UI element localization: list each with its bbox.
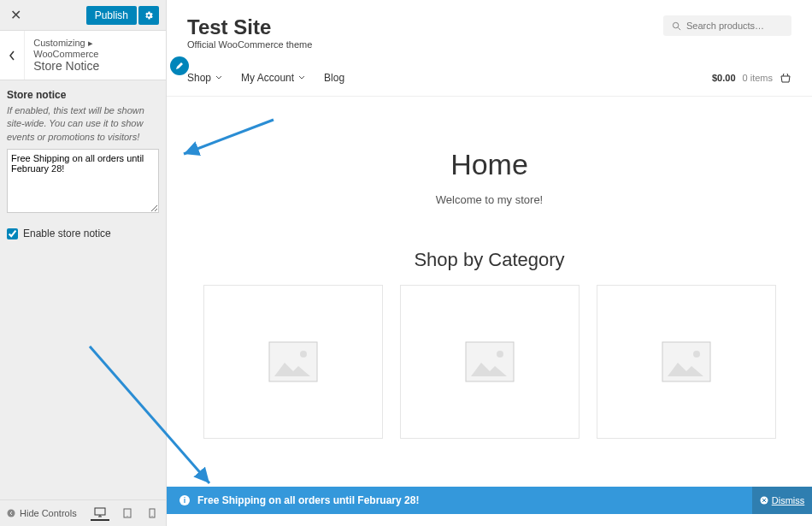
nav-account[interactable]: My Account [241,72,305,84]
svg-point-10 [497,351,503,358]
close-icon[interactable]: ✕ [7,5,25,25]
category-card[interactable] [597,285,776,439]
placeholder-image-icon [661,340,712,383]
section-description: If enabled, this text will be shown site… [7,104,159,144]
info-icon: i [179,494,191,506]
chevron-left-circle-icon [7,509,15,517]
desktop-icon [94,507,106,517]
site-preview: Test Site Official WooCommerce theme Sea… [167,0,812,526]
dismiss-notice-button[interactable]: Dismiss [752,487,812,514]
breadcrumb-title: Store Notice [33,59,157,73]
pencil-icon [175,62,184,70]
close-circle-icon [760,496,768,505]
device-tablet-button[interactable] [120,505,135,521]
hide-controls-button[interactable]: Hide Controls [7,508,77,518]
hide-controls-label: Hide Controls [20,508,77,518]
store-notice-bar: i Free Shipping on all orders until Febr… [167,487,812,514]
device-mobile-button[interactable] [145,505,159,521]
device-preview-toggles [91,505,159,521]
publish-settings-button[interactable] [138,6,159,25]
placeholder-image-icon [268,340,319,383]
sidebar-footer: Hide Controls [0,499,166,526]
chevron-left-icon [9,50,15,61]
site-title[interactable]: Test Site [187,15,312,39]
nav-blog[interactable]: Blog [324,72,344,84]
category-cards [187,285,791,439]
enable-notice-label: Enable store notice [23,228,111,239]
store-notice-section: Store notice If enabled, this text will … [0,80,166,246]
preview-header: Test Site Official WooCommerce theme Sea… [167,0,812,55]
chevron-down-icon [215,74,222,81]
search-icon [672,21,681,31]
breadcrumb-path: Customizing ▸ WooCommerce [33,38,157,59]
svg-point-3 [127,516,128,517]
cart-items: 0 items [743,73,773,83]
enable-notice-checkbox[interactable] [7,228,18,239]
sidebar-topbar: ✕ Publish [0,0,166,31]
category-card[interactable] [203,285,383,439]
tablet-icon [123,508,132,518]
store-notice-textarea[interactable] [7,149,159,213]
svg-rect-1 [95,508,105,515]
page-title: Home [187,148,791,181]
preview-nav: Shop My Account Blog $0.00 0 items [167,60,812,97]
svg-text:i: i [184,496,186,505]
section-heading: Store notice [7,89,159,101]
page-subtitle: Welcome to my store! [187,193,791,206]
category-card[interactable] [400,285,580,439]
basket-icon [780,73,791,83]
enable-notice-row[interactable]: Enable store notice [7,228,159,239]
store-notice-message: i Free Shipping on all orders until Febr… [167,487,752,514]
publish-button[interactable]: Publish [86,6,137,25]
breadcrumb: Customizing ▸ WooCommerce Store Notice [0,31,166,80]
svg-point-8 [300,351,307,358]
site-tagline: Official WooCommerce theme [187,39,312,50]
nav-shop[interactable]: Shop [187,72,222,84]
svg-point-5 [152,516,153,517]
placeholder-image-icon [464,340,515,383]
back-button[interactable] [0,31,25,80]
cart-amount: $0.00 [712,73,736,83]
customizer-sidebar: ✕ Publish Customizing ▸ WooCommerce Stor… [0,0,167,526]
search-placeholder: Search products… [686,21,764,31]
search-input[interactable]: Search products… [663,15,791,36]
preview-body: Home Welcome to my store! Shop by Catego… [167,97,812,526]
mobile-icon [149,508,156,518]
svg-point-6 [673,22,678,27]
edit-shortcut-button[interactable] [170,56,189,75]
gear-icon [144,10,154,21]
svg-point-0 [8,510,15,517]
svg-point-12 [693,351,700,358]
chevron-down-icon [298,74,305,81]
cart-widget[interactable]: $0.00 0 items [712,73,791,83]
shop-category-heading: Shop by Category [187,249,791,271]
device-desktop-button[interactable] [91,505,109,521]
